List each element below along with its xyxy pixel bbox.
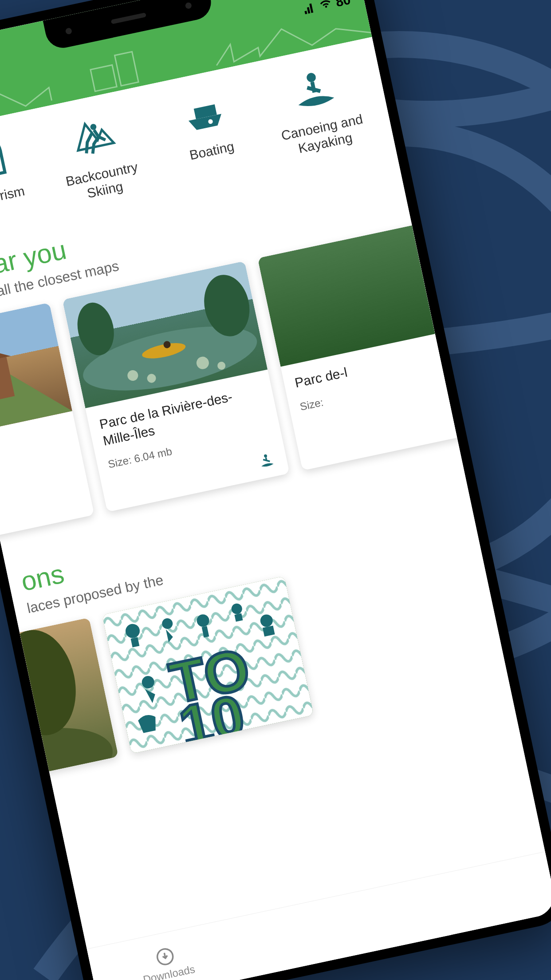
storefront-icon <box>0 129 12 187</box>
map-card-title: du Cap-s <box>0 424 67 474</box>
skier-icon <box>64 106 122 163</box>
nav-downloads[interactable]: Downloads <box>138 942 196 980</box>
category-boating[interactable]: Boating <box>146 76 270 186</box>
map-card[interactable]: Parc de la Rivière-des-Mille-Îles Size: … <box>62 261 289 512</box>
category-canoe-kayak[interactable]: Canoeing and Kayaking <box>256 53 380 162</box>
svg-rect-3 <box>114 51 138 86</box>
canoe-icon <box>285 59 342 117</box>
svg-point-9 <box>306 72 317 83</box>
svg-text:10: 10 <box>173 683 250 754</box>
category-backcountry-skiing[interactable]: Backcountry Skiing <box>35 100 160 209</box>
category-label: Boating <box>188 138 236 163</box>
boat-icon <box>174 83 232 140</box>
map-card-size <box>0 450 70 484</box>
nav-label: Downloads <box>142 963 196 980</box>
svg-rect-2 <box>91 65 117 91</box>
category-label: Agritourism <box>0 183 26 213</box>
svg-point-26 <box>264 454 267 458</box>
download-icon <box>154 945 177 968</box>
svg-point-6 <box>90 123 97 130</box>
kayak-icon <box>256 450 278 472</box>
